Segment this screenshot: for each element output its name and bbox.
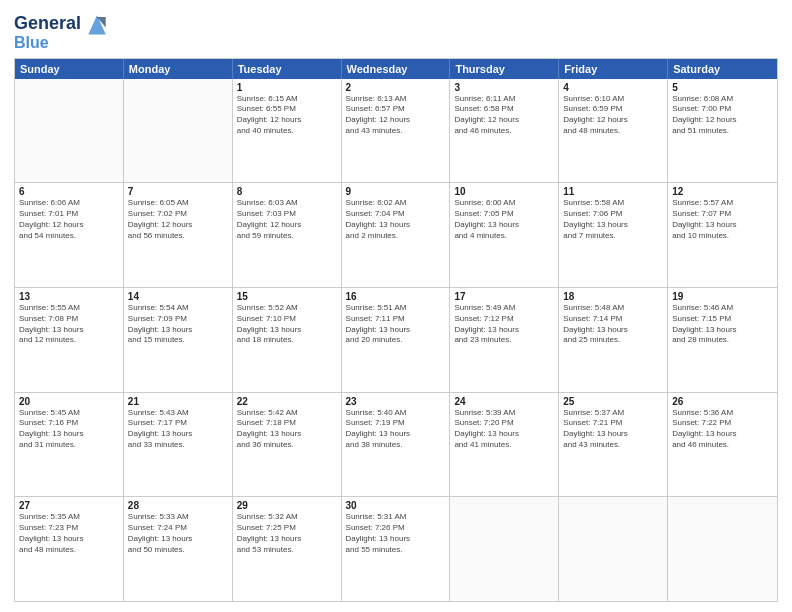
cell-line: Sunset: 7:23 PM	[19, 523, 119, 534]
day-number: 24	[454, 396, 554, 407]
cell-line: and 41 minutes.	[454, 440, 554, 451]
cell-line: and 48 minutes.	[563, 126, 663, 137]
day-number: 21	[128, 396, 228, 407]
day-number: 14	[128, 291, 228, 302]
cell-line: Daylight: 13 hours	[346, 534, 446, 545]
cell-line: Daylight: 13 hours	[672, 325, 773, 336]
cell-line: Sunset: 7:09 PM	[128, 314, 228, 325]
day-cell-16: 16Sunrise: 5:51 AMSunset: 7:11 PMDayligh…	[342, 288, 451, 392]
cell-line: Sunrise: 6:08 AM	[672, 94, 773, 105]
cell-line: Sunrise: 5:37 AM	[563, 408, 663, 419]
cell-line: Sunset: 6:57 PM	[346, 104, 446, 115]
cell-line: Sunrise: 6:03 AM	[237, 198, 337, 209]
day-cell-6: 6Sunrise: 6:06 AMSunset: 7:01 PMDaylight…	[15, 183, 124, 287]
cell-line: Daylight: 12 hours	[454, 115, 554, 126]
day-cell-2: 2Sunrise: 6:13 AMSunset: 6:57 PMDaylight…	[342, 79, 451, 183]
cell-line: Sunrise: 6:00 AM	[454, 198, 554, 209]
cell-line: Daylight: 12 hours	[672, 115, 773, 126]
day-cell-18: 18Sunrise: 5:48 AMSunset: 7:14 PMDayligh…	[559, 288, 668, 392]
cell-line: Sunrise: 6:11 AM	[454, 94, 554, 105]
day-header-monday: Monday	[124, 59, 233, 79]
cell-line: Sunset: 7:10 PM	[237, 314, 337, 325]
cell-line: Sunset: 7:18 PM	[237, 418, 337, 429]
cell-line: Sunrise: 5:32 AM	[237, 512, 337, 523]
cell-line: Sunset: 7:17 PM	[128, 418, 228, 429]
cell-line: Sunrise: 5:51 AM	[346, 303, 446, 314]
cell-line: Sunset: 7:07 PM	[672, 209, 773, 220]
cell-line: Sunset: 6:59 PM	[563, 104, 663, 115]
empty-cell	[124, 79, 233, 183]
calendar-header: SundayMondayTuesdayWednesdayThursdayFrid…	[15, 59, 777, 79]
logo-icon	[83, 10, 111, 38]
cell-line: Sunset: 6:55 PM	[237, 104, 337, 115]
day-number: 3	[454, 82, 554, 93]
cell-line: Sunrise: 6:15 AM	[237, 94, 337, 105]
day-cell-30: 30Sunrise: 5:31 AMSunset: 7:26 PMDayligh…	[342, 497, 451, 601]
cell-line: Sunset: 7:22 PM	[672, 418, 773, 429]
cell-line: Daylight: 13 hours	[237, 534, 337, 545]
day-cell-4: 4Sunrise: 6:10 AMSunset: 6:59 PMDaylight…	[559, 79, 668, 183]
cell-line: and 43 minutes.	[346, 126, 446, 137]
cell-line: and 48 minutes.	[19, 545, 119, 556]
cell-line: Sunset: 7:03 PM	[237, 209, 337, 220]
cell-line: Sunset: 7:21 PM	[563, 418, 663, 429]
day-number: 26	[672, 396, 773, 407]
day-number: 22	[237, 396, 337, 407]
cell-line: and 23 minutes.	[454, 335, 554, 346]
cell-line: Daylight: 13 hours	[563, 429, 663, 440]
day-cell-27: 27Sunrise: 5:35 AMSunset: 7:23 PMDayligh…	[15, 497, 124, 601]
cell-line: Daylight: 12 hours	[19, 220, 119, 231]
cell-line: and 4 minutes.	[454, 231, 554, 242]
day-cell-13: 13Sunrise: 5:55 AMSunset: 7:08 PMDayligh…	[15, 288, 124, 392]
day-cell-12: 12Sunrise: 5:57 AMSunset: 7:07 PMDayligh…	[668, 183, 777, 287]
cell-line: Sunset: 7:12 PM	[454, 314, 554, 325]
day-cell-24: 24Sunrise: 5:39 AMSunset: 7:20 PMDayligh…	[450, 393, 559, 497]
cell-line: Daylight: 13 hours	[454, 220, 554, 231]
day-number: 9	[346, 186, 446, 197]
day-cell-23: 23Sunrise: 5:40 AMSunset: 7:19 PMDayligh…	[342, 393, 451, 497]
calendar-body: 1Sunrise: 6:15 AMSunset: 6:55 PMDaylight…	[15, 79, 777, 601]
empty-cell	[668, 497, 777, 601]
day-number: 6	[19, 186, 119, 197]
day-number: 30	[346, 500, 446, 511]
cell-line: and 40 minutes.	[237, 126, 337, 137]
cell-line: and 55 minutes.	[346, 545, 446, 556]
day-number: 16	[346, 291, 446, 302]
day-number: 19	[672, 291, 773, 302]
cell-line: and 7 minutes.	[563, 231, 663, 242]
day-cell-21: 21Sunrise: 5:43 AMSunset: 7:17 PMDayligh…	[124, 393, 233, 497]
cell-line: Daylight: 13 hours	[346, 220, 446, 231]
cell-line: Daylight: 12 hours	[346, 115, 446, 126]
cell-line: Sunset: 7:02 PM	[128, 209, 228, 220]
cell-line: Daylight: 13 hours	[237, 429, 337, 440]
cell-line: Sunrise: 5:39 AM	[454, 408, 554, 419]
empty-cell	[15, 79, 124, 183]
day-number: 28	[128, 500, 228, 511]
header: General Blue	[14, 10, 778, 52]
day-header-thursday: Thursday	[450, 59, 559, 79]
cell-line: and 10 minutes.	[672, 231, 773, 242]
cell-line: Daylight: 13 hours	[19, 325, 119, 336]
cell-line: Sunset: 7:15 PM	[672, 314, 773, 325]
cell-line: and 50 minutes.	[128, 545, 228, 556]
cell-line: Sunrise: 5:35 AM	[19, 512, 119, 523]
cell-line: Sunset: 7:06 PM	[563, 209, 663, 220]
cell-line: Sunrise: 6:06 AM	[19, 198, 119, 209]
cell-line: Sunset: 7:24 PM	[128, 523, 228, 534]
day-cell-1: 1Sunrise: 6:15 AMSunset: 6:55 PMDaylight…	[233, 79, 342, 183]
day-cell-17: 17Sunrise: 5:49 AMSunset: 7:12 PMDayligh…	[450, 288, 559, 392]
cell-line: Sunrise: 6:02 AM	[346, 198, 446, 209]
cell-line: Sunset: 6:58 PM	[454, 104, 554, 115]
day-cell-28: 28Sunrise: 5:33 AMSunset: 7:24 PMDayligh…	[124, 497, 233, 601]
day-number: 13	[19, 291, 119, 302]
cell-line: Sunrise: 5:43 AM	[128, 408, 228, 419]
cell-line: Daylight: 13 hours	[672, 429, 773, 440]
cell-line: Sunrise: 5:40 AM	[346, 408, 446, 419]
cell-line: Sunset: 7:01 PM	[19, 209, 119, 220]
cell-line: Sunset: 7:00 PM	[672, 104, 773, 115]
cell-line: Sunrise: 5:52 AM	[237, 303, 337, 314]
cell-line: Daylight: 13 hours	[128, 534, 228, 545]
day-number: 20	[19, 396, 119, 407]
cell-line: Sunset: 7:11 PM	[346, 314, 446, 325]
cell-line: and 43 minutes.	[563, 440, 663, 451]
